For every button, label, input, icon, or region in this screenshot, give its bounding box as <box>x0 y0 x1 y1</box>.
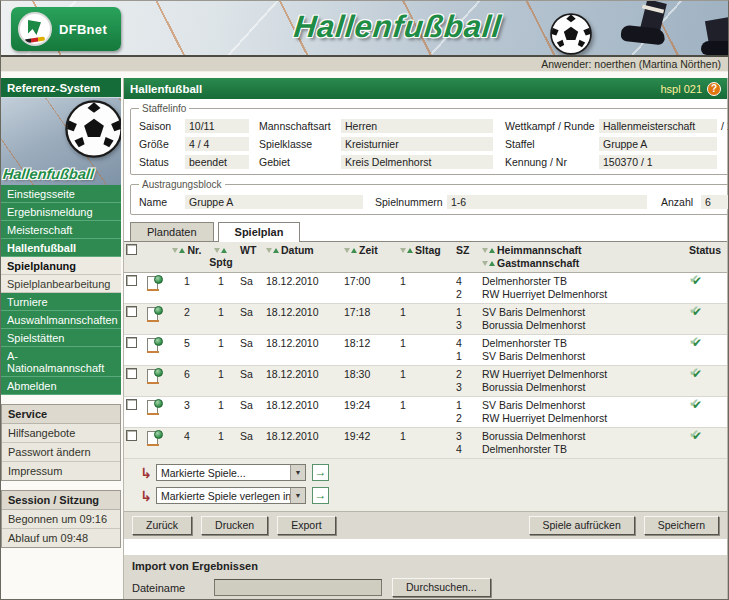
tab-plandaten[interactable]: Plandaten <box>130 222 214 241</box>
field-label-staffel: Staffel <box>505 138 599 150</box>
browse-button[interactable]: Durchsuchen... <box>392 578 491 597</box>
session-line: Ablauf um 09:48 <box>2 529 120 547</box>
sidebar-system-header: Referenz-System <box>1 78 121 97</box>
col-header-datum[interactable]: Datum <box>264 242 342 273</box>
bulk-action-select[interactable]: Markierte Spiele... ▼ <box>156 464 306 481</box>
cell-sz: 41 <box>454 335 480 366</box>
match-edit-icon[interactable] <box>146 399 163 415</box>
match-edit-icon[interactable] <box>146 275 163 291</box>
service-item-hilfsangebote[interactable]: Hilfsangebote <box>2 424 120 443</box>
tab-spielplan[interactable]: Spielplan <box>218 222 301 242</box>
sidebar-item-spielplanbearbeitung[interactable]: Spielplanbearbeitung <box>1 275 121 293</box>
col-header-zeit[interactable]: Zeit <box>342 242 398 273</box>
tab-bar: Plandaten Spielplan <box>124 222 727 242</box>
session-lines: Begonnen um 09:16Ablauf um 09:48 <box>2 510 120 547</box>
zur-ck-button[interactable]: Zurück <box>132 516 192 535</box>
sidebar-item-einstiegsseite[interactable]: Einstiegsseite <box>1 185 121 203</box>
service-item-passwort-ndern[interactable]: Passwort ändern <box>2 443 120 462</box>
col-header-sz: SZ <box>454 242 480 273</box>
sort-icon[interactable] <box>400 248 413 253</box>
dfbnet-logo: DFBnet <box>11 7 121 51</box>
cell-sz: 12 <box>454 397 480 428</box>
return-arrow-icon: ↳ <box>140 467 156 479</box>
sidebar-item-spielst-tten[interactable]: Spielstätten <box>1 329 121 347</box>
col-header-nr[interactable]: Nr. <box>170 242 204 273</box>
application-window: DFBnet Hallenfußball Anwender: noerthen … <box>0 0 729 600</box>
col-header-sltag[interactable]: Sltag <box>398 242 454 273</box>
cell-sltag: 1 <box>398 366 454 397</box>
cell-zeit: 18:12 <box>342 335 398 366</box>
name-value: Gruppe A <box>185 195 363 209</box>
cell-teams: SV Baris DelmenhorstRW Huerriyet Delmenh… <box>480 397 687 428</box>
col-header-teams[interactable]: Heimmannschaft Gastmannschaft <box>480 242 687 273</box>
staffelinfo-fieldset: Staffelinfo Saison10/11MannschaftsartHer… <box>130 103 729 175</box>
help-icon[interactable]: ? <box>707 82 721 96</box>
export-button[interactable]: Export <box>277 516 335 535</box>
cell-wt: Sa <box>238 366 264 397</box>
chevron-down-icon: ▼ <box>290 488 305 503</box>
spiele-aufr-cken-button[interactable]: Spiele aufrücken <box>529 516 635 535</box>
soccer-ball-icon <box>550 13 592 55</box>
row-checkbox[interactable] <box>126 430 137 441</box>
sidebar: Referenz-System Hallenfußball Ei <box>1 78 121 548</box>
cell-zeit: 17:18 <box>342 304 398 335</box>
sort-icon[interactable] <box>482 248 495 253</box>
sidebar-item-hallenfu-ball[interactable]: Hallenfußball <box>1 239 121 257</box>
service-items: HilfsangebotePasswort ändernImpressum <box>2 424 120 480</box>
sidebar-item-turniere[interactable]: Turniere <box>1 293 121 311</box>
table-row: 6 1 Sa 18.12.2010 18:30 1 23 RW Huerriye… <box>124 366 727 397</box>
match-edit-icon[interactable] <box>146 368 163 384</box>
field-label-mannschaftsart: Mannschaftsart <box>259 120 341 132</box>
main-layout: Referenz-System Hallenfußball Ei <box>1 72 728 600</box>
match-edit-icon[interactable] <box>146 337 163 353</box>
chevron-down-icon: ▼ <box>290 465 305 480</box>
sidebar-item-meisterschaft[interactable]: Meisterschaft <box>1 221 121 239</box>
drucken-button[interactable]: Drucken <box>201 516 268 535</box>
bulk-action-select[interactable]: Markierte Spiele verlegen in... ▼ <box>156 487 306 504</box>
dateiname-input[interactable] <box>214 579 382 596</box>
cell-datum: 18.12.2010 <box>264 273 342 304</box>
col-header-sptg[interactable]: Sptg <box>204 242 238 273</box>
sidebar-item-abmelden[interactable]: Abmelden <box>1 377 121 395</box>
staffelinfo-legend: Staffelinfo <box>139 103 189 114</box>
field-suffix: / 1 <box>721 120 729 132</box>
sort-icon[interactable] <box>344 248 357 253</box>
sort-icon[interactable] <box>172 248 185 253</box>
sidebar-item-spielplanung[interactable]: Spielplanung <box>1 257 121 275</box>
staffelinfo-row: Größe4 / 4SpielklasseKreisturnierStaffel… <box>139 137 729 151</box>
sidebar-item-ergebnismeldung[interactable]: Ergebnismeldung <box>1 203 121 221</box>
service-item-impressum[interactable]: Impressum <box>2 462 120 480</box>
speichern-button[interactable]: Speichern <box>644 516 719 535</box>
sidebar-logo-image: Hallenfußball <box>1 97 121 185</box>
content-title: Hallenfußball <box>130 83 202 95</box>
sidebar-item-auswahlmannschaften[interactable]: Auswahlmannschaften <box>1 311 121 329</box>
match-edit-icon[interactable] <box>146 430 163 446</box>
row-checkbox[interactable] <box>126 399 137 410</box>
cell-sptg: 1 <box>204 335 238 366</box>
select-all-checkbox[interactable] <box>126 244 137 255</box>
field-label-kennung-nr: Kennung / Nr <box>505 156 599 168</box>
cell-wt: Sa <box>238 335 264 366</box>
sort-icon[interactable] <box>482 261 495 266</box>
sort-icon[interactable] <box>266 248 279 253</box>
spielnummern-value: 1-6 <box>447 195 647 209</box>
row-checkbox[interactable] <box>126 306 137 317</box>
field-label-gr-e: Größe <box>139 138 185 150</box>
cell-datum: 18.12.2010 <box>264 304 342 335</box>
sort-icon[interactable] <box>214 248 227 253</box>
match-edit-icon[interactable] <box>146 306 163 322</box>
dfbnet-logo-text: DFBnet <box>59 22 107 37</box>
sidebar-item-a-nationalmannschaft[interactable]: A-Nationalmannschaft <box>1 347 121 377</box>
cell-wt: Sa <box>238 273 264 304</box>
row-checkbox[interactable] <box>126 275 137 286</box>
row-checkbox[interactable] <box>126 368 137 379</box>
execute-action-icon[interactable]: → <box>312 464 329 481</box>
field-value-mannschaftsart: Herren <box>341 119 493 133</box>
cell-sptg: 1 <box>204 428 238 459</box>
app-title: Hallenfußball <box>292 9 503 45</box>
cell-sptg: 1 <box>204 397 238 428</box>
execute-action-icon[interactable]: → <box>312 487 329 504</box>
user-bar: Anwender: noerthen (Martina Nörthen) <box>1 57 728 72</box>
row-checkbox[interactable] <box>126 337 137 348</box>
cell-teams: Borussia DelmenhorstDelmenhorster TB <box>480 428 687 459</box>
